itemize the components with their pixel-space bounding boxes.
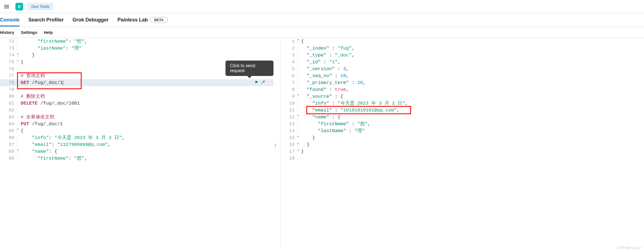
hamburger-menu-icon[interactable] <box>2 2 11 11</box>
code-line[interactable]: 84PUT /fug/_doc/1 <box>0 121 273 127</box>
code-line[interactable]: 73 "lastName": "理" <box>0 45 273 52</box>
subnav-history[interactable]: History <box>0 30 14 35</box>
code-line[interactable]: 79 <box>0 86 273 93</box>
code-line[interactable]: 74▴ } <box>0 52 273 59</box>
line-number: 10 <box>280 100 297 107</box>
line-content[interactable]: "lastName" : "理" <box>297 127 644 134</box>
code-line[interactable]: 88▾ "name": { <box>0 148 273 155</box>
line-content[interactable]: "_source" : { <box>297 93 644 100</box>
line-number: 80 <box>0 93 17 100</box>
line-content[interactable]: { <box>17 127 273 134</box>
tab-search-profiler[interactable]: Search Profiler <box>28 14 64 26</box>
code-line[interactable]: 5 "_version" : 3, <box>280 66 644 72</box>
line-content[interactable] <box>17 86 273 93</box>
code-line[interactable]: 11 "email" : "10101010101@qq.com", <box>280 107 644 114</box>
fold-toggle-icon[interactable]: ▴ <box>297 134 300 138</box>
app-icon[interactable]: D <box>15 3 23 10</box>
fold-toggle-icon[interactable]: ▴ <box>297 141 300 145</box>
line-content[interactable] <box>297 155 644 162</box>
code-line[interactable]: 82 <box>0 107 273 114</box>
code-line[interactable]: 15▴ } <box>280 134 644 141</box>
line-content[interactable]: "_primary_term" : 28, <box>297 79 644 86</box>
code-line[interactable]: 78GET /fug/_doc/1 <box>0 79 273 86</box>
line-number: 77 <box>0 72 17 79</box>
code-line[interactable]: 72 "firstName": "想", <box>0 38 273 45</box>
line-number: 12 <box>280 114 297 121</box>
line-number: 8 <box>280 86 297 93</box>
line-number: 3 <box>280 52 297 59</box>
line-number: 87 <box>0 141 17 148</box>
code-line[interactable]: 2 "_index" : "fug", <box>280 45 644 52</box>
line-content[interactable]: } <box>297 148 644 155</box>
line-content[interactable]: "name": { <box>17 148 273 155</box>
line-content[interactable]: { <box>297 38 644 45</box>
line-content[interactable]: "info": "今天是 2023 年 3 月 2 日", <box>17 134 273 141</box>
fold-toggle-icon[interactable]: ▴ <box>17 52 20 55</box>
code-line[interactable]: 4 "_id" : "1", <box>280 59 644 66</box>
code-line[interactable]: 10 "info" : "今天是 2023 年 3 月 2 日", <box>280 100 644 107</box>
line-content[interactable]: "email": "1327999999@q.com", <box>17 141 273 148</box>
line-content[interactable]: "_version" : 3, <box>297 66 644 72</box>
request-editor-pane[interactable]: 72 "firstName": "想",73 "lastName": "理"74… <box>0 38 273 251</box>
line-content[interactable]: } <box>297 134 644 141</box>
code-line[interactable]: 1▾{ <box>280 38 644 45</box>
line-content[interactable]: "found" : true, <box>297 86 644 93</box>
code-line[interactable]: 7 "_primary_term" : 28, <box>280 79 644 86</box>
line-content[interactable]: } <box>297 141 644 148</box>
line-content[interactable]: "firstName": "想", <box>17 155 273 162</box>
code-line[interactable]: 14 "lastName" : "理" <box>280 127 644 134</box>
code-line[interactable]: 85▾{ <box>0 127 273 134</box>
line-content[interactable] <box>17 107 273 114</box>
code-line[interactable]: 6 "_seq_no" : 10, <box>280 72 644 79</box>
line-content[interactable]: # 删除文档 <box>17 93 273 100</box>
line-content[interactable]: "_id" : "1", <box>297 59 644 66</box>
code-line[interactable]: 16▴ } <box>280 141 644 148</box>
subnav-settings[interactable]: Settings <box>21 30 37 35</box>
code-line[interactable]: 8 "found" : true, <box>280 86 644 93</box>
code-line[interactable]: 3 "_type" : "_doc", <box>280 52 644 59</box>
subnav-help[interactable]: Help <box>44 30 53 35</box>
code-line[interactable]: 17▴} <box>280 148 644 155</box>
tab-painless-lab[interactable]: Painless Lab <box>117 14 148 26</box>
line-content[interactable]: PUT /fug/_doc/1 <box>17 121 273 127</box>
code-line[interactable]: 83# 全量修改文档 <box>0 114 273 121</box>
code-line[interactable]: 81DELETE /fug/_doc/1001 <box>0 100 273 107</box>
line-content[interactable]: # 全量修改文档 <box>17 114 273 121</box>
app-name-breadcrumb[interactable]: Dev Tools <box>28 3 53 10</box>
line-content[interactable]: "_type" : "_doc", <box>297 52 644 59</box>
tab-console[interactable]: Console <box>0 14 20 26</box>
line-content[interactable]: "lastName": "理" <box>17 45 273 52</box>
fold-toggle-icon[interactable]: ▾ <box>297 93 300 97</box>
fold-toggle-icon[interactable]: ▾ <box>17 148 20 152</box>
code-line[interactable]: 87 "email": "1327999999@q.com", <box>0 141 273 148</box>
line-number: 2 <box>280 45 297 52</box>
fold-toggle-icon[interactable]: ▾ <box>297 114 300 117</box>
line-content[interactable]: "_seq_no" : 10, <box>297 72 644 79</box>
fold-toggle-icon[interactable]: ▾ <box>297 38 300 42</box>
code-line[interactable]: 89 "firstName": "想", <box>0 155 273 162</box>
fold-toggle-icon[interactable]: ▾ <box>17 127 20 131</box>
line-content[interactable]: "email" : "10101010101@qq.com", <box>297 107 644 114</box>
line-content[interactable]: "firstName" : "想", <box>297 121 644 127</box>
code-line[interactable]: 12▾ "name" : { <box>280 114 644 121</box>
response-viewer-pane[interactable]: 1▾{2 "_index" : "fug",3 "_type" : "_doc"… <box>280 38 644 251</box>
wrench-icon[interactable] <box>261 80 265 85</box>
pane-resizer[interactable]: || <box>273 38 277 251</box>
line-number: 4 <box>280 59 297 66</box>
code-line[interactable]: 18 <box>280 155 644 162</box>
line-content[interactable]: GET /fug/_doc/1 <box>17 79 273 86</box>
tab-grok-debugger[interactable]: Grok Debugger <box>73 14 109 26</box>
line-content[interactable]: DELETE /fug/_doc/1001 <box>17 100 273 107</box>
code-line[interactable]: 13 "firstName" : "想", <box>280 121 644 127</box>
fold-toggle-icon[interactable]: ▴ <box>17 59 20 62</box>
fold-toggle-icon[interactable]: ▴ <box>297 148 300 152</box>
code-line[interactable]: 9▾ "_source" : { <box>280 93 644 100</box>
line-content[interactable]: } <box>17 52 273 59</box>
code-line[interactable]: 80# 删除文档 <box>0 93 273 100</box>
code-line[interactable]: 86 "info": "今天是 2023 年 3 月 2 日", <box>0 134 273 141</box>
play-icon[interactable] <box>255 80 259 85</box>
line-content[interactable]: "name" : { <box>297 114 644 121</box>
line-content[interactable]: "firstName": "想", <box>17 38 273 45</box>
line-content[interactable]: "info" : "今天是 2023 年 3 月 2 日", <box>297 100 644 107</box>
line-content[interactable]: "_index" : "fug", <box>297 45 644 52</box>
